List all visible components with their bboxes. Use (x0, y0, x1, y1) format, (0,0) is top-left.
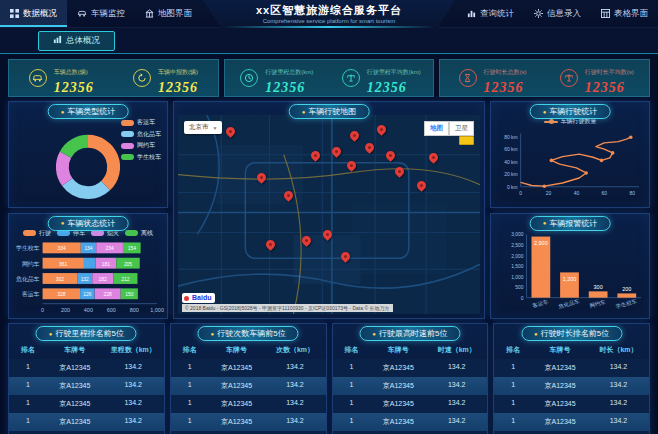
legend-item[interactable]: 行驶 (23, 229, 51, 238)
legend-item[interactable]: 危化品车 (121, 130, 161, 139)
table-cell: 京A12345 (205, 363, 269, 373)
table-cell: 1 (337, 363, 367, 373)
svg-text:60: 60 (602, 190, 608, 195)
table-row: 1京A12345134.2 (171, 395, 326, 413)
table-cell: 京A12345 (43, 363, 107, 373)
table-row: 1京A12345134.2 (333, 377, 488, 395)
tab-query-stats[interactable]: 查询统计 (457, 0, 524, 27)
table-row: 1京A12345134.2 (171, 413, 326, 431)
table-cell: 京A12345 (205, 381, 269, 391)
table-cell: 1 (498, 381, 528, 391)
panel-title-pill: ●车辆行驶统计 (530, 104, 611, 119)
table-cell: 1 (13, 363, 43, 373)
panel-vehicle-alarm: ●车辆报警统计 05001,0001,5002,0002,5003,0002,9… (490, 213, 650, 320)
legend-swatch (121, 131, 134, 137)
overview-chart-icon (53, 35, 62, 46)
table-cell: 京A12345 (367, 363, 431, 373)
tab-table-view[interactable]: 表格界面 (591, 0, 658, 27)
svg-text:0: 0 (521, 296, 524, 301)
legend-label: 网约车 (137, 141, 155, 150)
dot-icon: ● (372, 331, 376, 337)
table-row: 1京A12345134.2 (494, 359, 649, 377)
svg-text:1,200: 1,200 (563, 276, 577, 282)
panel-title: 车辆类型统计 (67, 106, 115, 117)
top-navigation: 数据概况 车辆监控 地图界面 xx区智慧旅游综合服务平台 Comprehensi… (0, 0, 658, 28)
balance-icon (560, 69, 578, 87)
svg-text:网约车: 网约车 (22, 261, 40, 268)
legend-swatch (91, 230, 104, 236)
tab-info-entry[interactable]: 信息录入 (524, 0, 591, 27)
vehicle-type-legend: 客运车危化品车网约车学生校车 (121, 118, 161, 162)
table-cell: 1 (337, 399, 367, 409)
satellite-mode-button[interactable]: 卫星 (449, 121, 474, 136)
legend-swatch (23, 230, 36, 236)
tab-map-view[interactable]: 地图界面 (135, 0, 202, 27)
map-mode-button[interactable]: 地图 (424, 121, 449, 136)
table-cell: 京A12345 (367, 399, 431, 409)
city-selector[interactable]: 北京市▼ (184, 121, 222, 134)
dot-icon: ● (543, 109, 547, 115)
dot-icon: ● (534, 331, 538, 337)
stat-label: 车辆总数(辆) (54, 69, 88, 75)
stat-vehicle-total: 车辆总数(辆)12356 (9, 60, 113, 96)
hourglass-icon (459, 69, 477, 87)
svg-text:132: 132 (81, 277, 89, 282)
table-cell: 1 (337, 381, 367, 391)
svg-text:1,000: 1,000 (511, 275, 524, 280)
page-title: xx区智慧旅游综合服务平台 (203, 3, 455, 18)
table-row: 1京A12345134.2 (9, 395, 164, 413)
tab-vehicle-monitor[interactable]: 车辆监控 (67, 0, 135, 27)
table-cell: 134.2 (268, 363, 321, 373)
svg-text:80 km: 80 km (504, 134, 517, 139)
svg-text:客运车: 客运车 (22, 290, 40, 298)
tab-data-overview[interactable]: 数据概况 (0, 0, 67, 27)
panel-title: 车辆状态统计 (67, 218, 115, 229)
table-cell: 1 (13, 399, 43, 409)
panel-title: 车辆行驶地图 (308, 106, 356, 117)
bell-icon: ● (543, 220, 547, 226)
main-content: ●车辆类型统计 客运车危化品车网约车学生校车 ●车辆状态统计 行驶停车熄火离线 … (8, 101, 650, 319)
chevron-down-icon: ▼ (213, 125, 218, 131)
legend-item[interactable]: 客运车 (121, 118, 161, 127)
table-row: 1京A12345134.2 (333, 359, 488, 377)
ranking-tables-row: ●行驶里程排名前5位 排名 车牌号 里程数（km） 1京A12345134.21… (8, 323, 650, 434)
svg-text:300: 300 (594, 284, 603, 290)
table-cell: 京A12345 (367, 417, 431, 427)
stat-card-mileage: 行驶里程总数(km)12356 行驶里程平均数(km)12356 (224, 59, 435, 97)
tab-label: 车辆监控 (91, 8, 125, 20)
traffic-badge[interactable] (459, 136, 474, 145)
panel-top-speed-rank: ●行驶最高时速前5位 排名 车牌号 时速（km） 1京A12345134.21京… (332, 323, 489, 434)
overview-label: 总体概况 (66, 35, 100, 47)
table-row: 1京A12345134.2 (9, 359, 164, 377)
svg-text:500: 500 (515, 285, 523, 290)
table-cell: 134.2 (430, 417, 483, 427)
svg-text:154: 154 (128, 246, 136, 251)
column-header: 里程数（km） (107, 345, 160, 355)
table-cell: 京A12345 (205, 417, 269, 427)
table-cell: 京A12345 (43, 417, 107, 427)
baidu-logo[interactable]: Baidu (182, 293, 215, 303)
svg-text:60 km: 60 km (504, 147, 517, 152)
legend-item[interactable]: 学生校车 (121, 153, 161, 162)
legend-swatch (57, 230, 70, 236)
svg-text:40: 40 (574, 190, 580, 195)
legend-label: 客运车 (137, 118, 155, 127)
tab-overall-overview[interactable]: 总体概况 (38, 31, 115, 51)
legend-item[interactable]: 网约车 (121, 141, 161, 150)
table-cell: 1 (175, 417, 205, 427)
svg-text:600: 600 (107, 307, 116, 313)
panel-title-pill: ●行驶里程排名前5位 (36, 326, 137, 341)
panel-vehicle-type: ●车辆类型统计 客运车危化品车网约车学生校车 (8, 101, 168, 208)
baidu-map[interactable]: 北京市▼ 地图 卫星 Baidu © 2018 Baidu - GS(2018)… (178, 115, 480, 314)
panel-title: 行驶时长排名前5位 (541, 328, 609, 339)
column-header: 次数（km） (268, 345, 321, 355)
svg-text:危化品车: 危化品车 (558, 298, 581, 311)
table-row: 1京A12345134.2 (171, 359, 326, 377)
dashboard-root: 数据概况 车辆监控 地图界面 xx区智慧旅游综合服务平台 Comprehensi… (0, 0, 658, 434)
svg-text:361: 361 (59, 262, 67, 267)
svg-text:学生校车: 学生校车 (16, 245, 40, 251)
panel-title: 行驶最高时速前5位 (379, 328, 447, 339)
svg-text:200: 200 (622, 286, 631, 292)
car-icon (29, 69, 47, 87)
legend-item[interactable]: 离线 (125, 229, 153, 238)
